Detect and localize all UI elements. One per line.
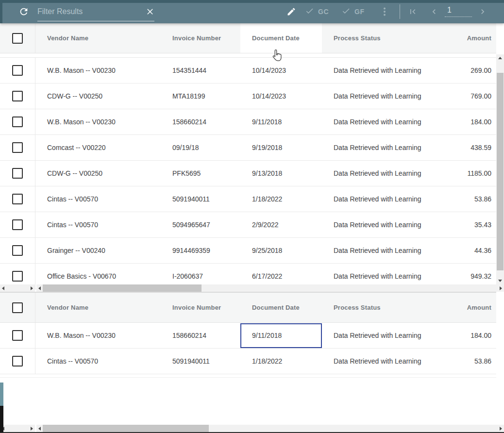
column-header-vendor-name[interactable]: Vendor Name bbox=[35, 304, 161, 311]
invoice-cell[interactable]: I-2060637 bbox=[161, 272, 240, 280]
horizontal-scroll-thumb[interactable] bbox=[43, 425, 209, 433]
amount-cell[interactable]: 53.86 bbox=[421, 195, 496, 203]
status-cell[interactable]: Data Retrieved with Learning bbox=[322, 272, 421, 280]
date-cell[interactable]: 2/9/2022 bbox=[240, 221, 322, 229]
row-checkbox[interactable] bbox=[12, 356, 23, 366]
select-all-checkbox[interactable] bbox=[12, 33, 23, 44]
column-header-process-status[interactable]: Process Status bbox=[322, 34, 421, 42]
vendor-cell[interactable]: Cintas -- V00570 bbox=[35, 357, 161, 365]
status-cell[interactable]: Data Retrieved with Learning bbox=[322, 118, 421, 126]
column-header-invoice-number[interactable]: Invoice Number bbox=[161, 34, 240, 42]
vendor-cell[interactable]: Cintas -- V00570 bbox=[35, 221, 161, 229]
amount-cell[interactable]: 53.86 bbox=[421, 357, 496, 365]
date-cell[interactable]: 9/13/2018 bbox=[240, 169, 322, 177]
status-cell[interactable]: Data Retrieved with Learning bbox=[322, 221, 421, 229]
row-checkbox[interactable] bbox=[12, 117, 23, 127]
status-cell[interactable]: Data Retrieved with Learning bbox=[322, 169, 421, 177]
first-page-button[interactable] bbox=[408, 7, 418, 18]
scroll-left-arrow-icon[interactable] bbox=[38, 286, 41, 290]
previous-page-button[interactable] bbox=[429, 7, 439, 18]
status-cell[interactable]: Data Retrieved with Learning bbox=[322, 357, 421, 365]
status-cell[interactable]: Data Retrieved with Learning bbox=[322, 67, 421, 74]
scroll-left-arrow-icon[interactable] bbox=[38, 427, 41, 431]
vendor-cell[interactable]: W.B. Mason -- V00230 bbox=[35, 332, 161, 339]
top-table-vertical-scrollbar[interactable] bbox=[496, 54, 504, 284]
column-header-amount[interactable]: Amount bbox=[421, 304, 496, 311]
date-cell[interactable]: 10/14/2023 bbox=[240, 92, 322, 100]
frozen-column-scroll-track[interactable] bbox=[0, 425, 35, 433]
selected-cell-outline[interactable] bbox=[240, 323, 322, 348]
invoice-cell[interactable]: 154351444 bbox=[161, 67, 240, 74]
scroll-right-arrow-icon[interactable] bbox=[31, 427, 33, 431]
row-checkbox[interactable] bbox=[12, 271, 23, 282]
amount-cell[interactable]: 438.59 bbox=[421, 144, 496, 151]
row-checkbox[interactable] bbox=[12, 219, 23, 230]
next-page-button[interactable] bbox=[478, 7, 487, 18]
amount-cell[interactable]: 1185.00 bbox=[421, 169, 496, 177]
table-row[interactable]: CDW-G -- V00250MTA1819910/14/2023Data Re… bbox=[0, 83, 496, 109]
table-row[interactable]: Comcast -- V0022009/19/189/19/2018Data R… bbox=[0, 135, 496, 161]
column-header-amount[interactable]: Amount bbox=[421, 34, 496, 42]
vendor-cell[interactable]: W.B. Mason -- V00230 bbox=[35, 118, 161, 126]
table-row[interactable]: W.B. Mason -- V0023015435144410/14/2023D… bbox=[0, 58, 496, 83]
amount-cell[interactable]: 269.00 bbox=[421, 67, 496, 74]
vendor-cell[interactable]: Comcast -- V00220 bbox=[35, 144, 161, 151]
main-scroll-track[interactable] bbox=[36, 425, 504, 433]
status-cell[interactable]: Data Retrieved with Learning bbox=[322, 144, 421, 151]
vendor-cell[interactable]: CDW-G -- V00250 bbox=[35, 92, 161, 100]
gf-button[interactable]: GF bbox=[341, 6, 364, 17]
date-cell[interactable]: 1/18/2022 bbox=[240, 195, 322, 203]
scroll-right-arrow-icon[interactable] bbox=[500, 427, 502, 431]
edit-button[interactable] bbox=[286, 7, 296, 18]
clear-filter-button[interactable] bbox=[145, 7, 155, 18]
vendor-cell[interactable]: Grainger -- V00240 bbox=[35, 247, 161, 254]
column-header-process-status[interactable]: Process Status bbox=[322, 304, 421, 311]
date-cell[interactable]: 10/14/2023 bbox=[240, 67, 322, 74]
amount-cell[interactable]: 184.00 bbox=[421, 332, 496, 339]
invoice-cell[interactable]: 158660214 bbox=[161, 332, 240, 339]
vendor-cell[interactable]: Cintas -- V00570 bbox=[35, 195, 161, 203]
status-cell[interactable]: Data Retrieved with Learning bbox=[322, 247, 421, 254]
row-checkbox[interactable] bbox=[12, 194, 23, 204]
amount-cell[interactable]: 184.00 bbox=[421, 118, 496, 126]
table-row[interactable]: CDW-G -- V00250PFK56959/13/2018Data Retr… bbox=[0, 161, 496, 186]
page-number-input[interactable]: 1 bbox=[445, 6, 472, 17]
date-cell[interactable]: 6/17/2022 bbox=[240, 272, 322, 280]
date-cell[interactable]: 9/11/2018 bbox=[240, 118, 322, 126]
amount-cell[interactable]: 949.32 bbox=[421, 272, 496, 280]
row-checkbox[interactable] bbox=[12, 142, 23, 153]
row-checkbox[interactable] bbox=[12, 168, 23, 179]
scroll-right-arrow-icon[interactable] bbox=[31, 286, 33, 290]
row-checkbox[interactable] bbox=[12, 330, 23, 341]
table-row[interactable]: Cintas -- V0057050919400111/18/2022Data … bbox=[0, 186, 496, 212]
select-all-checkbox[interactable] bbox=[12, 302, 23, 313]
column-header-vendor-name[interactable]: Vendor Name bbox=[35, 34, 161, 42]
row-checkbox[interactable] bbox=[12, 91, 23, 101]
invoice-cell[interactable]: MTA18199 bbox=[161, 92, 240, 100]
invoice-cell[interactable]: 5091940011 bbox=[161, 195, 240, 203]
table-row[interactable]: Grainger -- V0024099144693599/25/2018Dat… bbox=[0, 238, 496, 264]
table-row[interactable]: Cintas -- V0057050919400111/18/2022Data … bbox=[0, 349, 496, 374]
date-cell[interactable]: 1/18/2022 bbox=[240, 357, 322, 365]
amount-cell[interactable]: 769.00 bbox=[421, 92, 496, 100]
frozen-column-scroll-track[interactable] bbox=[0, 284, 35, 292]
column-header-document-date[interactable]: Document Date bbox=[240, 304, 322, 311]
scroll-right-arrow-icon[interactable] bbox=[500, 286, 502, 290]
refresh-button[interactable] bbox=[18, 6, 29, 18]
more-options-button[interactable] bbox=[383, 7, 386, 17]
row-checkbox[interactable] bbox=[12, 65, 23, 76]
date-cell[interactable]: 9/19/2018 bbox=[240, 144, 322, 151]
column-header-document-date[interactable]: Document Date bbox=[240, 23, 322, 53]
scroll-up-arrow-icon[interactable] bbox=[498, 57, 502, 59]
gc-button[interactable]: GC bbox=[305, 6, 329, 17]
horizontal-scroll-thumb[interactable] bbox=[43, 284, 202, 292]
vendor-cell[interactable]: Office Basics - V00670 bbox=[35, 272, 161, 280]
invoice-cell[interactable]: 5091940011 bbox=[161, 357, 240, 365]
date-cell[interactable]: 9/25/2018 bbox=[240, 247, 322, 254]
invoice-cell[interactable]: 5094965647 bbox=[161, 221, 240, 229]
invoice-cell[interactable]: PFK5695 bbox=[161, 169, 240, 177]
table-row[interactable]: W.B. Mason -- V002301586602149/11/2018Da… bbox=[0, 109, 496, 135]
row-checkbox[interactable] bbox=[12, 245, 23, 256]
invoice-cell[interactable]: 158660214 bbox=[161, 118, 240, 126]
status-cell[interactable]: Data Retrieved with Learning bbox=[322, 92, 421, 100]
